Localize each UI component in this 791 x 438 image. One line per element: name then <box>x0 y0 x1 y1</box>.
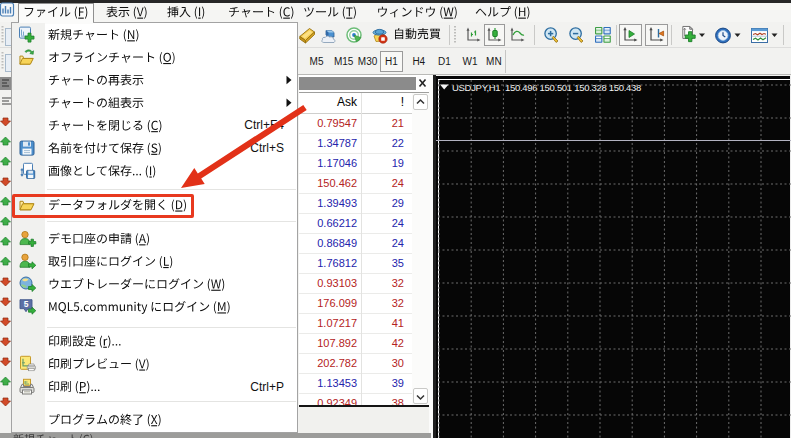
svg-text:5: 5 <box>24 299 29 309</box>
